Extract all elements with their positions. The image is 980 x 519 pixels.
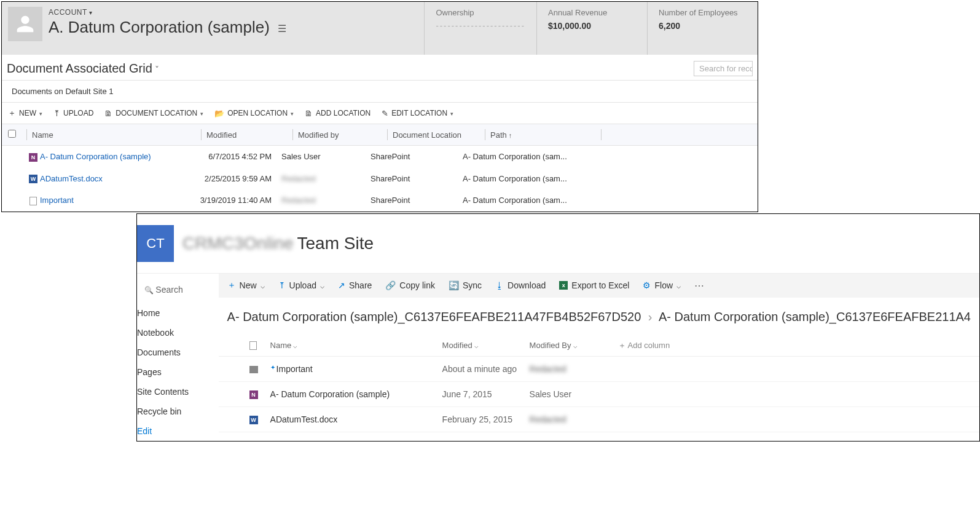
- flow-icon: ⚙: [643, 280, 651, 290]
- page-title: A. Datum Corporation (sample) ☰: [49, 18, 286, 37]
- copy-link-button[interactable]: 🔗Copy link: [385, 280, 435, 290]
- breadcrumb-part2: A- Datum Corporation (sample)_C6137E6FEA…: [659, 310, 971, 323]
- upload-button[interactable]: ⤒Upload: [278, 280, 324, 290]
- breadcrumb-part1[interactable]: A- Datum Corporation (sample)_C6137E6FEA…: [227, 310, 641, 323]
- file-link[interactable]: A- Datum Corporation (sample): [40, 152, 151, 161]
- folder-icon: [249, 366, 258, 373]
- modified-cell: About a minute ago: [442, 364, 530, 374]
- download-button[interactable]: ⭳Download: [495, 280, 546, 290]
- file-type-icon[interactable]: [249, 341, 257, 350]
- command-bar: ＋New ⤒Upload ↗Share 🔗Copy link 🔄Sync ⭳Do…: [219, 274, 979, 298]
- more-button[interactable]: ⋯: [694, 280, 704, 291]
- nav-pages[interactable]: Pages: [137, 362, 213, 382]
- stat-ownership-value: -----------------------: [436, 21, 525, 30]
- nav-documents[interactable]: Documents: [137, 343, 213, 362]
- col-modified-by[interactable]: Modified By: [530, 341, 618, 350]
- nav-home[interactable]: Home: [137, 303, 213, 323]
- crm-toolbar: ＋NEW ⤒UPLOAD 🗎DOCUMENT LOCATION 📂OPEN LO…: [2, 102, 758, 124]
- modified-by-cell: Redacted: [530, 364, 618, 374]
- word-icon: W: [29, 175, 37, 183]
- modified-by-cell: Sales User: [281, 152, 370, 161]
- document-location-button[interactable]: 🗎DOCUMENT LOCATION: [104, 109, 203, 118]
- search-input[interactable]: Search: [137, 282, 213, 303]
- edit-location-icon: ✎: [382, 109, 388, 118]
- new-button[interactable]: ＋New: [227, 280, 265, 291]
- table-row[interactable]: Important3/19/2019 11:40 AMRedactedShare…: [2, 189, 758, 212]
- share-icon: ↗: [338, 280, 345, 290]
- file-name[interactable]: A- Datum Corporation (sample): [270, 389, 442, 399]
- col-modified[interactable]: Modified: [442, 341, 530, 350]
- file-icon: [29, 197, 37, 205]
- search-input[interactable]: Search for reco: [694, 61, 753, 76]
- list-item[interactable]: NA- Datum Corporation (sample)June 7, 20…: [219, 382, 979, 407]
- col-name[interactable]: Name: [32, 130, 201, 140]
- grid-header: Name Modified Modified by Document Locat…: [2, 124, 758, 146]
- select-all-checkbox[interactable]: [8, 130, 16, 138]
- list-item[interactable]: WADatumTest.docxFebruary 25, 2015Redacte…: [219, 407, 979, 432]
- nav-edit[interactable]: Edit: [137, 421, 213, 441]
- grid-header: Name Modified Modified By ＋ Add column: [219, 335, 979, 357]
- stat-employees-label: Number of Employees: [659, 8, 747, 17]
- col-location[interactable]: Document Location: [393, 130, 485, 140]
- file-link[interactable]: ADatumTest.docx: [40, 174, 103, 183]
- site-logo: CT: [137, 225, 174, 262]
- file-link[interactable]: Important: [40, 196, 74, 205]
- add-column-button[interactable]: ＋ Add column: [618, 340, 670, 351]
- plus-icon: ＋: [227, 280, 236, 291]
- col-modified[interactable]: Modified: [206, 130, 292, 140]
- site-name: Team Site: [297, 234, 374, 253]
- modified-cell: 3/19/2019 11:40 AM: [195, 196, 281, 205]
- excel-icon: x: [559, 281, 568, 290]
- section-title[interactable]: Document Associated Grid: [7, 61, 159, 76]
- add-location-button[interactable]: 🗎ADD LOCATION: [305, 109, 370, 118]
- table-row[interactable]: WADatumTest.docx2/25/2015 9:59 AMRedacte…: [2, 168, 758, 190]
- path-cell: A- Datum Corporation (sam...: [463, 152, 586, 161]
- file-name[interactable]: ADatumTest.docx: [270, 414, 442, 424]
- person-icon: [13, 12, 37, 36]
- location-cell: SharePoint: [370, 174, 463, 183]
- word-icon: W: [249, 416, 258, 424]
- file-name[interactable]: ✦Important: [270, 364, 442, 374]
- upload-button[interactable]: ⤒UPLOAD: [53, 109, 93, 118]
- stat-employees-value: 6,200: [659, 21, 747, 31]
- col-path[interactable]: Path: [490, 130, 601, 140]
- account-label[interactable]: ACCOUNT: [49, 8, 286, 17]
- modified-cell: 6/7/2015 4:52 PM: [195, 152, 281, 161]
- upload-icon: ⤒: [53, 109, 60, 118]
- site-name-prefix: CRMC3Online: [182, 234, 294, 253]
- new-button[interactable]: ＋NEW: [8, 108, 42, 119]
- stat-revenue: Annual Revenue $10,000.00: [536, 2, 647, 55]
- shared-icon: ✦: [270, 364, 275, 371]
- nav-site-contents[interactable]: Site Contents: [137, 382, 213, 402]
- modified-by-cell: Redacted: [281, 196, 370, 205]
- modified-cell: February 25, 2015: [442, 414, 530, 424]
- edit-location-button[interactable]: ✎EDIT LOCATION: [382, 109, 453, 118]
- upload-icon: ⤒: [278, 280, 286, 290]
- stat-ownership: Ownership -----------------------: [424, 2, 536, 55]
- nav-recycle-bin[interactable]: Recycle bin: [137, 402, 213, 421]
- share-button[interactable]: ↗Share: [338, 280, 372, 290]
- open-location-button[interactable]: 📂OPEN LOCATION: [214, 109, 294, 118]
- stat-ownership-label: Ownership: [436, 8, 525, 17]
- modified-cell: June 7, 2015: [442, 389, 530, 399]
- sidebar: Search Home Notebook Documents Pages Sit…: [137, 274, 219, 441]
- avatar: [8, 7, 42, 41]
- nav-notebook[interactable]: Notebook: [137, 323, 213, 343]
- table-row[interactable]: NA- Datum Corporation (sample)6/7/2015 4…: [2, 146, 758, 168]
- location-cell: SharePoint: [370, 152, 463, 161]
- document-location-icon: 🗎: [104, 109, 112, 118]
- col-name[interactable]: Name: [270, 341, 442, 350]
- flow-button[interactable]: ⚙Flow: [643, 280, 681, 290]
- hamburger-icon[interactable]: ☰: [278, 23, 286, 34]
- path-cell: A- Datum Corporation (sam...: [463, 196, 586, 205]
- breadcrumb: A- Datum Corporation (sample)_C6137E6FEA…: [219, 298, 979, 335]
- sharepoint-panel: CT CRMC3Online Team Site Search Home Not…: [136, 213, 980, 442]
- stat-revenue-value: $10,000.00: [548, 21, 636, 31]
- breadcrumb-separator: ›: [648, 310, 653, 323]
- stat-employees: Number of Employees 6,200: [647, 2, 758, 55]
- col-modified-by[interactable]: Modified by: [298, 130, 387, 140]
- plus-icon: ＋: [8, 108, 16, 119]
- export-excel-button[interactable]: xExport to Excel: [559, 280, 629, 290]
- sync-button[interactable]: 🔄Sync: [449, 280, 482, 290]
- list-item[interactable]: ✦ImportantAbout a minute agoRedacted: [219, 357, 979, 382]
